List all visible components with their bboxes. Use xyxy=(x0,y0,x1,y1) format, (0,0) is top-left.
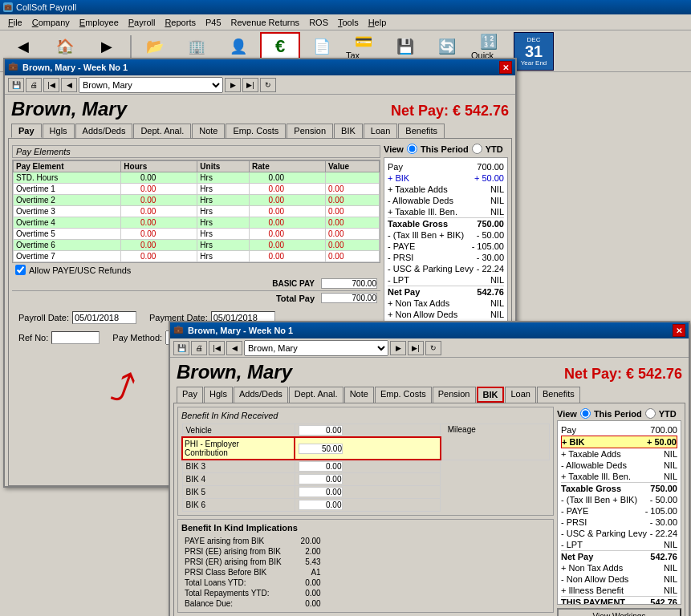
employee-dropdown[interactable]: Brown, Mary xyxy=(79,77,223,93)
win2-tab-benefits[interactable]: Benefits xyxy=(537,387,580,403)
ref-no-field: Ref No: xyxy=(18,330,100,345)
menu-payroll[interactable]: Payroll xyxy=(124,17,161,28)
window2-tabs: Pay Hgls Adds/Deds Dept. Anal. Note Emp.… xyxy=(170,387,689,403)
win1-save-icon[interactable]: 💾 xyxy=(8,78,24,92)
win2-tab-pay[interactable]: Pay xyxy=(177,387,203,403)
bik-vehicle-row: Vehicle Mileage xyxy=(182,424,550,438)
pay-elements-section: Pay Elements Pay Element Hours Units Rat… xyxy=(12,145,380,305)
tab-adds-deds[interactable]: Adds/Deds xyxy=(75,124,133,138)
win2-ytd-radio[interactable] xyxy=(645,408,656,419)
win1-prev-icon[interactable]: |◀ xyxy=(43,78,59,92)
win2-prev-icon[interactable]: |◀ xyxy=(209,341,225,355)
table-row: STD. Hours Hrs xyxy=(14,172,380,184)
bik3-row: BIK 3 xyxy=(182,460,550,473)
tab-note[interactable]: Note xyxy=(192,124,225,138)
tab-emp-costs[interactable]: Emp. Costs xyxy=(226,124,286,138)
tab-dept-anal[interactable]: Dept. Anal. xyxy=(133,124,191,138)
win2-tab-emp-costs[interactable]: Emp. Costs xyxy=(375,387,432,403)
ot5-hours-input[interactable] xyxy=(124,229,156,238)
tab-hgls[interactable]: Hgls xyxy=(43,124,75,138)
std-hours-input[interactable] xyxy=(124,173,156,182)
ot2-rate-input[interactable] xyxy=(252,196,284,205)
win1-last-icon[interactable]: ▶| xyxy=(242,78,258,92)
ot3-hours-input[interactable] xyxy=(124,207,156,216)
tab-loan[interactable]: Loan xyxy=(364,124,397,138)
win1-print-icon[interactable]: 🖨 xyxy=(26,78,42,92)
win2-tab-dept-anal[interactable]: Dept. Anal. xyxy=(289,387,343,403)
ot2-hours-input[interactable] xyxy=(124,196,156,205)
ot1-rate-input[interactable] xyxy=(252,184,284,193)
impl-prsi-er-row: PRSI (ER) arising from BIK 5.43 xyxy=(181,557,324,567)
win1-fwd-icon[interactable]: ▶ xyxy=(225,78,241,92)
window1-close[interactable]: ✕ xyxy=(499,61,512,74)
window2-close[interactable]: ✕ xyxy=(673,324,685,337)
ot7-rate-input[interactable] xyxy=(252,252,284,261)
phi-input[interactable] xyxy=(299,444,343,454)
win2-tab-hgls[interactable]: Hgls xyxy=(204,387,233,403)
bik3-input[interactable] xyxy=(299,461,343,472)
menu-help[interactable]: Help xyxy=(364,17,392,28)
win2-refresh-icon[interactable]: ↻ xyxy=(425,341,441,355)
ref-no-input[interactable] xyxy=(51,331,100,344)
basic-pay-label: BASIC PAY xyxy=(272,279,315,288)
win2-tab-bik[interactable]: BIK xyxy=(477,387,505,403)
menu-revenue[interactable]: Revenue Returns xyxy=(226,17,305,28)
bik-table: Vehicle Mileage PHI - EmployerContributi… xyxy=(181,424,550,512)
win2-tab-adds-deds[interactable]: Adds/Deds xyxy=(234,387,288,403)
win2-tab-loan[interactable]: Loan xyxy=(505,387,535,403)
window2-icon: 💼 xyxy=(173,325,185,336)
bik4-input[interactable] xyxy=(299,474,343,484)
bik5-row: BIK 5 xyxy=(182,486,550,499)
ytd-radio[interactable] xyxy=(472,144,482,154)
employee-dropdown2[interactable]: Brown, Mary xyxy=(244,340,388,356)
win2-back-icon[interactable]: ◀ xyxy=(226,341,242,355)
win2-fwd-icon[interactable]: ▶ xyxy=(390,341,406,355)
menu-employee[interactable]: Employee xyxy=(75,17,124,28)
win2-print-icon[interactable]: 🖨 xyxy=(191,341,207,355)
menu-company[interactable]: Company xyxy=(27,17,75,28)
year-end-button[interactable]: DEC 31 Year End xyxy=(514,32,554,71)
total-pay-input[interactable] xyxy=(321,293,377,303)
win2-tab-pension[interactable]: Pension xyxy=(433,387,476,403)
this-period-radio[interactable] xyxy=(407,144,417,154)
ot7-hours-input[interactable] xyxy=(124,252,156,261)
win2-this-period-radio[interactable] xyxy=(580,408,591,419)
impl-paye-row: PAYE arising from BIK 20.00 xyxy=(181,536,324,546)
ot6-rate-input[interactable] xyxy=(252,241,284,249)
window1-person-name: Brown, Mary xyxy=(11,98,127,120)
menubar: File Company Employee Payroll Reports P4… xyxy=(0,14,691,30)
tab-pension[interactable]: Pension xyxy=(287,124,333,138)
win1-back-icon[interactable]: ◀ xyxy=(61,78,77,92)
menu-reports[interactable]: Reports xyxy=(160,17,201,28)
ot4-rate-input[interactable] xyxy=(252,218,284,227)
ot1-hours-input[interactable] xyxy=(124,184,156,193)
win2-tab-note[interactable]: Note xyxy=(344,387,374,403)
bik6-input[interactable] xyxy=(299,500,343,510)
tab-bik[interactable]: BIK xyxy=(334,124,363,138)
bik5-input[interactable] xyxy=(299,487,343,497)
tab-pay[interactable]: Pay xyxy=(11,124,42,138)
std-rate-input[interactable] xyxy=(252,173,284,182)
ot6-hours-input[interactable] xyxy=(124,241,156,249)
window2: 💼 Brown, Mary - Week No 1 ✕ 💾 🖨 |◀ ◀ Bro… xyxy=(169,321,690,616)
menu-file[interactable]: File xyxy=(3,17,27,28)
win2-last-icon[interactable]: ▶| xyxy=(408,341,424,355)
implications-title: Benefit In Kind Implications xyxy=(181,523,550,533)
menu-tools[interactable]: Tools xyxy=(333,17,364,28)
menu-p45[interactable]: P45 xyxy=(201,17,226,28)
payroll-date-input[interactable] xyxy=(72,311,136,324)
tab-benefits[interactable]: Benefits xyxy=(398,124,445,138)
ot4-hours-input[interactable] xyxy=(124,218,156,227)
win1-refresh-icon[interactable]: ↻ xyxy=(260,78,276,92)
ot5-rate-input[interactable] xyxy=(252,229,284,238)
allow-paye-checkbox[interactable] xyxy=(15,265,26,275)
col-units: Units xyxy=(197,161,250,172)
win2-save-icon[interactable]: 💾 xyxy=(173,341,189,355)
vehicle-input[interactable] xyxy=(299,425,343,436)
win2-view-workings-button[interactable]: View Workings xyxy=(557,608,681,616)
basic-pay-input[interactable] xyxy=(321,278,377,289)
menu-ros[interactable]: ROS xyxy=(304,17,333,28)
win2-left-panel: Benefit In Kind Received Vehicle Mileage… xyxy=(177,407,554,616)
ot3-rate-input[interactable] xyxy=(252,207,284,216)
bik-section-title: Benefit In Kind Received xyxy=(181,411,550,420)
